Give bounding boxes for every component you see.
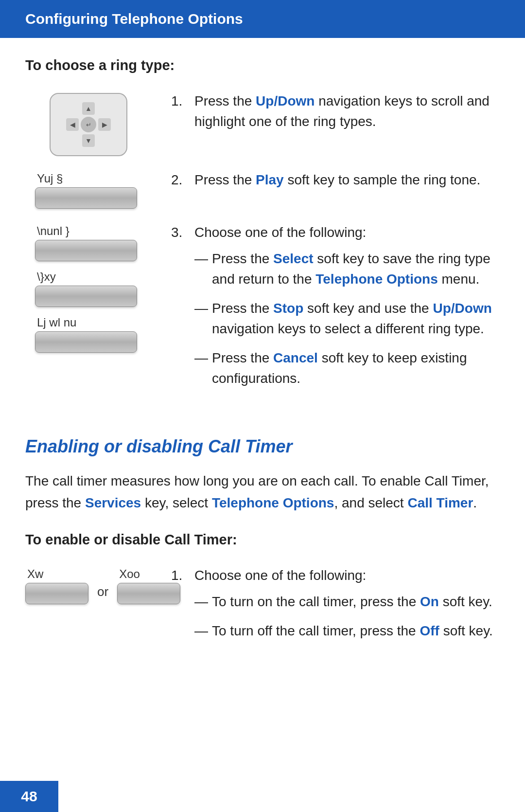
nav-center-btn: ↵ (81, 117, 96, 132)
bullet-off: — To turn off the call timer, press the … (194, 621, 493, 641)
step1-block: ▲ ◀ ↵ ▶ ▼ 1. Press the Up/Down navigatio… (25, 91, 500, 156)
call-timer-image-col: Xw or Xoo (25, 565, 152, 604)
step2-list: 2. Press the Play soft key to sample the… (171, 170, 500, 190)
call-timer-title: Enabling or disabling Call Timer (25, 436, 500, 457)
call-timer-step1-block: Xw or Xoo 1. Choose one of the follow (25, 565, 500, 666)
on-off-softkeys-row: Xw or Xoo (25, 567, 152, 604)
step1-list: 1. Press the Up/Down navigation keys to … (171, 91, 500, 132)
bullet-select-text: Press the Select soft key to save the ri… (212, 249, 500, 289)
dash3: — (194, 348, 212, 389)
page-number: 48 (21, 788, 37, 805)
call-timer-step1-list: 1. Choose one of the following: — To tur… (171, 565, 500, 650)
softkey-label-play: Yuj § (37, 172, 63, 185)
page-footer: 48 (0, 781, 58, 812)
step2-text-col: 2. Press the Play soft key to sample the… (152, 170, 500, 206)
step1-item: 1. Press the Up/Down navigation keys to … (171, 91, 500, 132)
telephone-options-link1: Telephone Options (315, 271, 438, 287)
step3-content: Choose one of the following: — Press the… (194, 222, 500, 397)
bullet-cancel-text: Press the Cancel soft key to keep existi… (212, 348, 500, 389)
services-link: Services (85, 495, 141, 510)
nav-right-arrow: ▶ (98, 118, 111, 131)
call-timer-step1-content: Choose one of the following: — To turn o… (194, 565, 493, 650)
nav-key-inner: ▲ ◀ ↵ ▶ ▼ (66, 102, 111, 147)
off-link: Off (420, 623, 439, 638)
nav-up-arrow: ▲ (82, 102, 95, 115)
call-timer-para: The call timer measures how long you are… (25, 470, 500, 514)
select-link: Select (273, 251, 314, 266)
softkey-label-stop: \}xy (37, 270, 56, 284)
nav-key-graphic: ▲ ◀ ↵ ▶ ▼ (50, 93, 127, 156)
step3-list: 3. Choose one of the following: — Press … (171, 222, 500, 397)
call-timer-bullets: — To turn on the call timer, press the O… (194, 592, 493, 641)
step1-num: 1. (171, 91, 194, 132)
bullet-on: — To turn on the call timer, press the O… (194, 592, 493, 612)
step3-num: 3. (171, 222, 194, 397)
softkey-group-cancel: Lj wl nu (35, 316, 142, 353)
softkey-btn-play (35, 187, 137, 209)
step2-num: 2. (171, 170, 194, 190)
bullet-stop: — Press the Stop soft key and use the Up… (194, 298, 500, 339)
softkey-btn-stop (35, 286, 137, 307)
play-link: Play (256, 172, 284, 187)
up-down-link2: Up/Down (433, 301, 491, 316)
step2-block: Yuj § 2. Press the Play soft key to samp… (25, 170, 500, 209)
bullet-select: — Press the Select soft key to save the … (194, 249, 500, 289)
softkey-label-cancel: Lj wl nu (37, 316, 76, 329)
on-link: On (420, 594, 439, 609)
telephone-options-link2: Telephone Options (212, 495, 334, 510)
call-timer-step1-text: Choose one of the following: (194, 568, 366, 583)
step3-text: Choose one of the following: (194, 225, 366, 240)
dash-on: — (194, 592, 212, 612)
ring-type-heading: To choose a ring type: (25, 57, 500, 73)
soft-keys-stack: \nunl } \}xy Lj wl nu (35, 224, 142, 353)
step2-image-col: Yuj § (25, 170, 152, 209)
stop-link: Stop (273, 301, 303, 316)
step2-text: Press the Play soft key to sample the ri… (194, 170, 480, 190)
dash-off: — (194, 621, 212, 641)
header-bar: Configuring Telephone Options (0, 0, 525, 38)
softkey-btn-cancel (35, 331, 137, 353)
step1-image-col: ▲ ◀ ↵ ▶ ▼ (25, 91, 152, 156)
or-text: or (88, 584, 117, 604)
on-softkey-btn (25, 583, 88, 604)
bullet-stop-text: Press the Stop soft key and use the Up/D… (212, 298, 500, 339)
bullet-on-text: To turn on the call timer, press the On … (212, 592, 492, 612)
nav-left-arrow: ◀ (66, 118, 79, 131)
ring-type-section: To choose a ring type: ▲ ◀ ↵ ▶ ▼ 1. (25, 57, 500, 413)
bullet-off-text: To turn off the call timer, press the Of… (212, 621, 493, 641)
dash1: — (194, 249, 212, 289)
step1-text-col: 1. Press the Up/Down navigation keys to … (152, 91, 500, 147)
on-softkey-group: Xw (25, 567, 88, 604)
dash2: — (194, 298, 212, 339)
step1-text: Press the Up/Down navigation keys to scr… (194, 91, 500, 132)
on-softkey-label: Xw (27, 567, 43, 581)
softkey-btn-select (35, 240, 137, 261)
softkey-group-select: \nunl } (35, 224, 142, 261)
main-content: To choose a ring type: ▲ ◀ ↵ ▶ ▼ 1. (0, 57, 525, 718)
call-timer-link: Call Timer (407, 495, 473, 510)
call-timer-step1-item: 1. Choose one of the following: — To tur… (171, 565, 500, 650)
step3-block: \nunl } \}xy Lj wl nu 3. (25, 222, 500, 413)
off-softkey-label: Xoo (119, 567, 140, 581)
step3-image-col: \nunl } \}xy Lj wl nu (25, 222, 152, 353)
softkey-group-stop: \}xy (35, 270, 142, 307)
step3-bullets: — Press the Select soft key to save the … (194, 249, 500, 389)
bullet-cancel: — Press the Cancel soft key to keep exis… (194, 348, 500, 389)
call-timer-step1-num: 1. (171, 565, 194, 650)
call-timer-subheading: To enable or disable Call Timer: (25, 532, 500, 548)
cancel-link: Cancel (273, 350, 318, 365)
softkey-label-select: \nunl } (37, 224, 70, 238)
up-down-link1: Up/Down (256, 93, 315, 108)
step2-item: 2. Press the Play soft key to sample the… (171, 170, 500, 190)
nav-down-arrow: ▼ (82, 134, 95, 147)
step2-softkey-group: Yuj § (35, 172, 142, 209)
step3-text-col: 3. Choose one of the following: — Press … (152, 222, 500, 413)
step3-item: 3. Choose one of the following: — Press … (171, 222, 500, 397)
call-timer-text-col: 1. Choose one of the following: — To tur… (152, 565, 500, 666)
call-timer-section: Enabling or disabling Call Timer The cal… (25, 436, 500, 666)
header-title: Configuring Telephone Options (25, 11, 243, 27)
